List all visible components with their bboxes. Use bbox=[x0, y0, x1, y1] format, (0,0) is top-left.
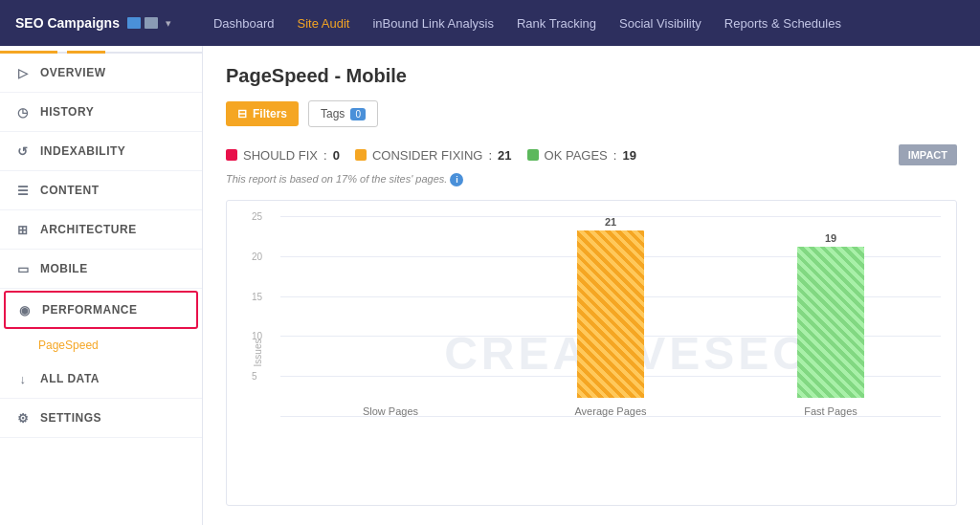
tags-count: 0 bbox=[350, 108, 366, 120]
bar-fast-pages: 19 Fast Pages bbox=[740, 216, 922, 417]
slow-pages-label: Slow Pages bbox=[363, 405, 418, 417]
sidebar-item-alldata[interactable]: ↓ ALL DATA bbox=[0, 360, 202, 399]
sidebar-item-indexability[interactable]: ↺ INDEXABILITY bbox=[0, 132, 202, 171]
fast-pages-bar bbox=[797, 247, 864, 398]
ok-pages-label: OK PAGES bbox=[545, 148, 608, 163]
main-content: PageSpeed - Mobile ⊟ Filters Tags 0 SHOU… bbox=[203, 46, 980, 525]
nav-links: Dashboard Site Audit inBound Link Analys… bbox=[213, 14, 841, 32]
fast-pages-label: Fast Pages bbox=[804, 405, 858, 417]
sidebar-item-mobile[interactable]: ▭ MOBILE bbox=[0, 250, 202, 289]
average-pages-value: 21 bbox=[605, 216, 616, 228]
architecture-icon: ⊞ bbox=[15, 222, 31, 237]
mobile-icon: ▭ bbox=[15, 261, 31, 276]
report-note-text: This report is based on 17% of the sites… bbox=[226, 173, 447, 185]
history-icon: ◷ bbox=[15, 104, 31, 120]
brand-title: SEO Campaigns bbox=[15, 15, 120, 31]
brand: SEO Campaigns ▾ bbox=[15, 15, 194, 31]
sidebar-item-overview[interactable]: ▷ OVERVIEW bbox=[0, 54, 202, 93]
stat-sep-2: : bbox=[488, 148, 492, 163]
nav-social[interactable]: Social Visibility bbox=[619, 14, 702, 32]
y-label-25: 25 bbox=[252, 211, 262, 222]
y-label-15: 15 bbox=[252, 292, 262, 302]
consider-fixing-dot bbox=[355, 149, 367, 161]
sidebar-sub-performance: PageSpeed bbox=[0, 331, 202, 360]
nav-reports[interactable]: Reports & Schedules bbox=[724, 14, 841, 32]
sidebar: ▷ OVERVIEW ◷ HISTORY ↺ INDEXABILITY ☰ CO… bbox=[0, 46, 203, 525]
brand-dropdown[interactable]: ▾ bbox=[166, 17, 171, 30]
should-fix-value: 0 bbox=[333, 148, 340, 163]
stats-row: SHOULD FIX : 0 CONSIDER FIXING : 21 OK P… bbox=[226, 144, 957, 165]
average-pages-bar bbox=[577, 230, 644, 398]
stat-sep-3: : bbox=[613, 148, 617, 163]
y-label-5: 5 bbox=[252, 371, 257, 382]
ok-pages-value: 19 bbox=[622, 148, 635, 163]
consider-fixing-value: 21 bbox=[498, 148, 511, 163]
should-fix-dot bbox=[226, 149, 237, 161]
content-icon: ☰ bbox=[15, 183, 31, 198]
filters-button[interactable]: ⊟ Filters bbox=[226, 101, 299, 126]
tags-label: Tags bbox=[321, 107, 345, 120]
sidebar-item-settings[interactable]: ⚙ SETTINGS bbox=[0, 399, 202, 438]
page-title: PageSpeed - Mobile bbox=[226, 65, 957, 87]
sidebar-label-performance: PERFORMANCE bbox=[42, 303, 138, 317]
stat-ok-pages: OK PAGES : 19 bbox=[527, 148, 636, 163]
nav-inbound[interactable]: inBound Link Analysis bbox=[372, 14, 493, 32]
tags-button[interactable]: Tags 0 bbox=[308, 100, 378, 127]
nav-site-audit[interactable]: Site Audit bbox=[298, 14, 350, 32]
brand-icon-blue bbox=[127, 17, 141, 29]
settings-icon: ⚙ bbox=[15, 410, 31, 426]
stat-sep-1: : bbox=[323, 148, 327, 163]
sidebar-label-content: CONTENT bbox=[40, 184, 100, 197]
sidebar-label-overview: OVERVIEW bbox=[40, 66, 105, 79]
body-layout: ▷ OVERVIEW ◷ HISTORY ↺ INDEXABILITY ☰ CO… bbox=[0, 46, 980, 525]
filter-icon: ⊟ bbox=[237, 107, 247, 120]
toolbar: ⊟ Filters Tags 0 bbox=[226, 100, 957, 127]
should-fix-label: SHOULD FIX bbox=[243, 148, 318, 163]
chart-container: CREATIVESEO Issues 25 20 15 bbox=[226, 200, 957, 506]
filters-label: Filters bbox=[253, 107, 287, 120]
nav-dashboard[interactable]: Dashboard bbox=[213, 14, 275, 32]
info-icon: i bbox=[450, 173, 463, 186]
alldata-icon: ↓ bbox=[15, 371, 31, 386]
brand-icons bbox=[127, 17, 158, 29]
sidebar-label-mobile: MOBILE bbox=[40, 262, 88, 275]
sidebar-item-pagespeed[interactable]: PageSpeed bbox=[0, 331, 202, 360]
average-pages-label: Average Pages bbox=[574, 405, 646, 417]
overview-icon: ▷ bbox=[15, 65, 31, 80]
ok-pages-dot bbox=[527, 149, 539, 161]
sidebar-item-history[interactable]: ◷ HISTORY bbox=[0, 93, 202, 132]
y-label-20: 20 bbox=[252, 252, 262, 262]
sidebar-label-architecture: ARCHITECTURE bbox=[40, 223, 137, 236]
sidebar-item-architecture[interactable]: ⊞ ARCHITECTURE bbox=[0, 210, 202, 250]
performance-icon: ◉ bbox=[17, 302, 33, 317]
bar-average-pages: 21 Average Pages bbox=[520, 216, 702, 417]
indexability-icon: ↺ bbox=[15, 143, 31, 159]
stat-should-fix: SHOULD FIX : 0 bbox=[226, 148, 340, 163]
sidebar-top-bar bbox=[0, 46, 202, 54]
brand-icon-gray bbox=[145, 17, 158, 29]
report-note: This report is based on 17% of the sites… bbox=[226, 173, 957, 186]
nav-rank-tracking[interactable]: Rank Tracking bbox=[517, 14, 596, 32]
bar-slow-pages: Slow Pages bbox=[300, 216, 481, 417]
fast-pages-value: 19 bbox=[825, 232, 836, 244]
chart-bars: Slow Pages 21 Average Pages 19 Fast bbox=[280, 216, 941, 417]
sidebar-item-performance[interactable]: ◉ PERFORMANCE bbox=[4, 291, 198, 329]
consider-fixing-label: CONSIDER FIXING bbox=[372, 148, 483, 163]
top-nav: SEO Campaigns ▾ Dashboard Site Audit inB… bbox=[0, 0, 980, 46]
stat-consider-fixing: CONSIDER FIXING : 21 bbox=[355, 148, 512, 163]
sidebar-label-settings: SETTINGS bbox=[40, 411, 101, 425]
sidebar-item-content[interactable]: ☰ CONTENT bbox=[0, 171, 202, 210]
impact-button[interactable]: IMPACT bbox=[899, 144, 957, 165]
sidebar-label-indexability: INDEXABILITY bbox=[40, 144, 125, 158]
issues-label: Issues bbox=[253, 339, 263, 367]
sidebar-label-alldata: ALL DATA bbox=[40, 372, 100, 385]
sidebar-label-history: HISTORY bbox=[40, 105, 94, 119]
